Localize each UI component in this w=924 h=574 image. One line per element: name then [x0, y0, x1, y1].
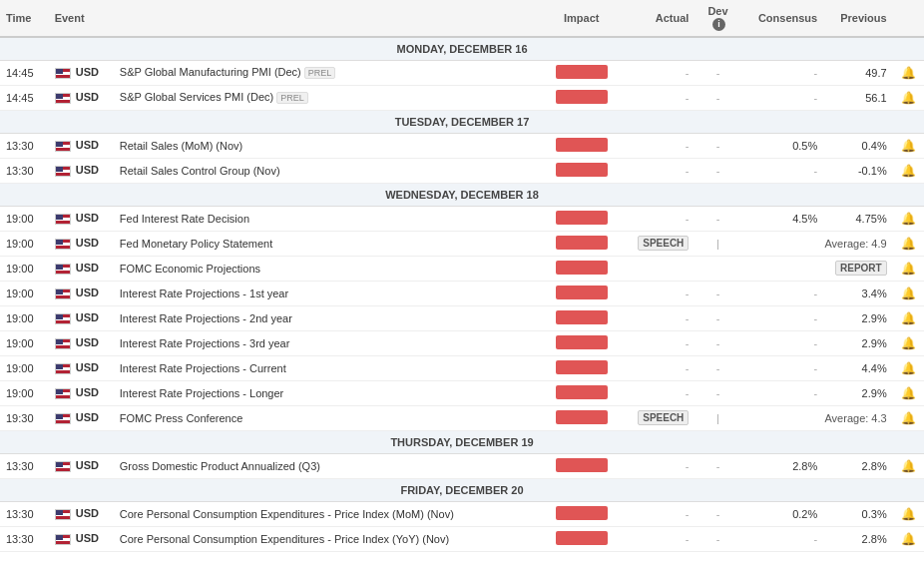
event-bell[interactable]: 🔔 [893, 256, 924, 281]
event-name: Interest Rate Projections - 1st year [114, 281, 541, 305]
dev-value: - [716, 67, 720, 79]
event-time: 13:30 [0, 453, 49, 478]
event-previous: 2.9% [823, 330, 892, 355]
currency-code: USD [76, 361, 99, 373]
event-impact [541, 453, 622, 478]
event-tag: PREL [276, 92, 308, 104]
bell-icon-inactive[interactable]: 🔔 [901, 507, 916, 521]
event-name-header [114, 0, 541, 37]
bell-icon-inactive[interactable]: 🔔 [901, 311, 916, 325]
event-bell[interactable]: 🔔 [893, 330, 924, 355]
event-consensus: - [741, 305, 824, 330]
event-impact [541, 60, 622, 85]
bell-icon-active[interactable]: 🔔 [901, 139, 916, 153]
impact-bar [556, 360, 608, 374]
event-actual: - [622, 355, 694, 380]
event-bell[interactable]: 🔔 [893, 231, 924, 256]
event-consensus: - [741, 85, 824, 110]
event-actual: - [622, 501, 694, 526]
impact-bar [556, 211, 608, 225]
table-row: 19:30 USD FOMC Press Conference SPEECH |… [0, 405, 924, 430]
event-actual: - [622, 60, 694, 85]
country-flag [55, 93, 71, 104]
bell-icon-active[interactable]: 🔔 [901, 459, 916, 473]
event-dev: - [694, 453, 740, 478]
bell-icon-active[interactable]: 🔔 [901, 212, 916, 226]
event-bell[interactable]: 🔔 [893, 355, 924, 380]
dev-info-icon[interactable]: i [712, 18, 725, 31]
event-consensus: - [741, 158, 824, 183]
event-dev: - [694, 526, 740, 551]
event-bell[interactable]: 🔔 [893, 206, 924, 231]
bell-icon-inactive[interactable]: 🔔 [901, 66, 916, 80]
event-consensus: - [741, 330, 824, 355]
event-bell[interactable]: 🔔 [893, 380, 924, 405]
event-dev: | [694, 405, 740, 430]
table-row: 19:00 USD Interest Rate Projections - 3r… [0, 330, 924, 355]
event-bell[interactable]: 🔔 [893, 85, 924, 110]
event-bell[interactable]: 🔔 [893, 526, 924, 551]
bell-icon-inactive[interactable]: 🔔 [901, 164, 916, 178]
bell-icon-inactive[interactable]: 🔔 [901, 411, 916, 425]
event-time: 13:30 [0, 526, 49, 551]
impact-bar [556, 261, 608, 275]
event-dev: - [694, 380, 740, 405]
event-bell[interactable]: 🔔 [893, 281, 924, 305]
event-currency: USD [49, 305, 114, 330]
actual-value: - [686, 533, 690, 545]
actual-value: - [686, 460, 690, 472]
bell-icon-inactive[interactable]: 🔔 [901, 262, 916, 276]
country-flag [55, 413, 71, 424]
event-bell[interactable]: 🔔 [893, 405, 924, 430]
event-actual: - [622, 330, 694, 355]
bell-icon-inactive[interactable]: 🔔 [901, 361, 916, 375]
event-impact [541, 133, 622, 158]
impact-bar [556, 531, 608, 545]
bell-icon-inactive[interactable]: 🔔 [901, 91, 916, 105]
dev-value: - [716, 337, 720, 349]
currency-code: USD [76, 507, 99, 519]
bell-icon-inactive[interactable]: 🔔 [901, 336, 916, 350]
bell-icon-inactive[interactable]: 🔔 [901, 386, 916, 400]
event-impact [541, 231, 622, 256]
table-row: 19:00 USD FOMC Economic Projections REPO… [0, 256, 924, 281]
actual-value: - [686, 140, 690, 152]
event-impact [541, 330, 622, 355]
dev-value: - [716, 312, 720, 324]
country-flag [55, 288, 71, 299]
country-flag [55, 141, 71, 152]
dev-value: - [716, 460, 720, 472]
speech-badge: SPEECH [638, 236, 689, 251]
event-time: 19:00 [0, 231, 49, 256]
bell-icon-active[interactable]: 🔔 [901, 532, 916, 546]
event-currency: USD [49, 133, 114, 158]
dev-value: - [716, 213, 720, 225]
event-time: 13:30 [0, 501, 49, 526]
event-actual: - [622, 453, 694, 478]
currency-code: USD [76, 164, 99, 176]
table-row: 14:45 USD S&P Global Services PMI (Dec)P… [0, 85, 924, 110]
event-bell[interactable]: 🔔 [893, 60, 924, 85]
section-title: MONDAY, DECEMBER 16 [0, 37, 924, 61]
actual-header: Actual [622, 0, 694, 37]
actual-value: - [686, 165, 690, 177]
event-previous: 2.9% [823, 380, 892, 405]
event-bell[interactable]: 🔔 [893, 133, 924, 158]
event-impact [541, 380, 622, 405]
event-bell[interactable]: 🔔 [893, 501, 924, 526]
economic-calendar-table: Time Event Impact Actual Dev i Consensus… [0, 0, 924, 552]
event-previous: 4.4% [823, 355, 892, 380]
event-bell[interactable]: 🔔 [893, 453, 924, 478]
event-bell[interactable]: 🔔 [893, 305, 924, 330]
event-consensus: - [741, 281, 824, 305]
event-dev [694, 256, 740, 281]
section-title: WEDNESDAY, DECEMBER 18 [0, 183, 924, 206]
bell-icon-inactive[interactable]: 🔔 [901, 237, 916, 251]
bell-icon-inactive[interactable]: 🔔 [901, 287, 916, 300]
event-name: S&P Global Manufacturing PMI (Dec)PREL [114, 60, 541, 85]
event-time: 19:30 [0, 405, 49, 430]
event-consensus: Average: 4.3 [741, 405, 893, 430]
event-consensus: Average: 4.9 [741, 231, 893, 256]
event-bell[interactable]: 🔔 [893, 158, 924, 183]
event-currency: USD [49, 281, 114, 305]
